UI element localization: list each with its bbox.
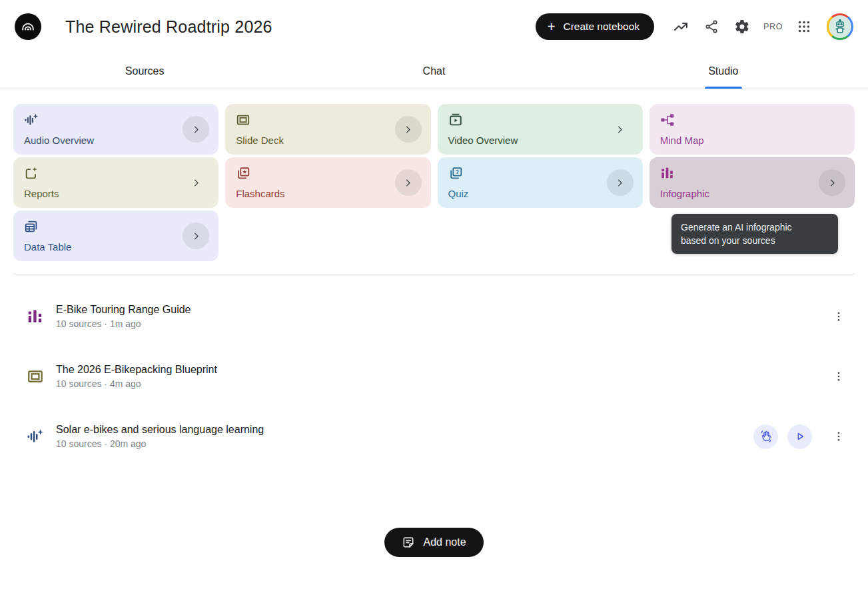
svg-text:?: ? [455, 169, 458, 175]
audio-waveform-sparkle-icon [27, 428, 44, 445]
video-overview-icon [448, 113, 463, 127]
note-title: The 2026 E-Bikepacking Blueprint [56, 364, 217, 376]
note-title: Solar e-bikes and serious language learn… [56, 424, 264, 436]
card-label: Reports [24, 188, 208, 199]
chevron-right-icon[interactable] [607, 169, 634, 196]
chevron-right-icon[interactable] [819, 169, 845, 196]
header: The Rewired Roadtrip 2026 + Create noteb… [0, 0, 868, 53]
create-notebook-label: Create notebook [564, 21, 640, 33]
settings-gear-icon[interactable] [729, 13, 755, 40]
card-label: Data Table [24, 241, 208, 253]
chevron-right-icon[interactable] [395, 116, 422, 143]
chevron-right-icon[interactable] [395, 169, 422, 196]
studio-card-data-table[interactable]: Data Table [13, 211, 218, 261]
quiz-cards-icon: ? [448, 166, 463, 181]
card-label: Slide Deck [236, 135, 420, 146]
apps-grid-icon[interactable] [791, 13, 817, 40]
data-table-icon [24, 219, 39, 234]
card-label: Video Overview [448, 135, 632, 146]
note-title: E-Bike Touring Range Guide [56, 304, 191, 316]
slide-deck-icon [27, 368, 44, 385]
card-label: Audio Overview [24, 135, 208, 146]
create-notebook-button[interactable]: + Create notebook [536, 13, 654, 40]
analytics-trending-icon[interactable] [667, 13, 694, 40]
studio-card-audio-overview[interactable]: Audio Overview [13, 104, 218, 155]
chevron-right-icon[interactable] [183, 116, 209, 143]
share-icon[interactable] [698, 13, 725, 40]
play-audio-button[interactable] [787, 424, 812, 449]
chevron-right-icon[interactable] [183, 223, 209, 249]
play-icon [794, 430, 806, 442]
slide-deck-icon [236, 113, 250, 127]
notebooklm-logo-icon[interactable] [15, 13, 41, 40]
pro-badge: PRO [759, 22, 787, 31]
card-label: Infographic [660, 188, 844, 199]
add-note-label: Add note [423, 536, 466, 548]
note-meta: 10 sources · 4m ago [56, 378, 217, 389]
note-row-slide-deck[interactable]: The 2026 E-Bikepacking Blueprint 10 sour… [13, 346, 855, 406]
chevron-right-icon[interactable] [183, 169, 209, 196]
tooltip-line2: based on your sources [681, 234, 829, 247]
account-avatar[interactable] [827, 13, 853, 40]
tooltip-line1: Generate an AI infographic [681, 221, 829, 234]
note-row-audio-overview[interactable]: Solar e-bikes and serious language learn… [13, 406, 855, 466]
note-meta: 10 sources · 1m ago [56, 318, 191, 329]
note-row-infographic[interactable]: E-Bike Touring Range Guide 10 sources · … [13, 287, 855, 346]
footer: Add note [0, 528, 868, 557]
card-label: Quiz [448, 188, 632, 199]
studio-card-slide-deck[interactable]: Slide Deck [225, 104, 430, 155]
studio-card-flashcards[interactable]: Flashcards [225, 157, 430, 208]
studio-card-infographic[interactable]: Infographic [650, 157, 855, 208]
infographic-bars-icon [27, 308, 44, 325]
studio-card-video-overview[interactable]: Video Overview [438, 104, 643, 155]
note-icon [402, 536, 415, 549]
active-tab-underline [705, 87, 742, 89]
notebooklm-studio-page: The Rewired Roadtrip 2026 + Create noteb… [0, 0, 868, 591]
card-label: Mind Map [660, 135, 844, 146]
more-options-icon[interactable] [831, 363, 847, 390]
tab-chat[interactable]: Chat [289, 53, 578, 89]
add-note-button[interactable]: Add note [384, 528, 483, 557]
more-options-icon[interactable] [831, 303, 847, 330]
waving-hand-icon [759, 430, 773, 443]
mind-map-icon [660, 113, 675, 127]
tab-sources[interactable]: Sources [0, 53, 289, 89]
header-actions: + Create notebook PRO [536, 13, 853, 40]
chevron-right-icon[interactable] [607, 116, 634, 143]
infographic-bars-icon [660, 166, 675, 181]
reports-sparkle-icon [24, 166, 39, 181]
note-meta: 10 sources · 20m ago [56, 438, 264, 449]
infographic-tooltip: Generate an AI infographic based on your… [671, 214, 838, 254]
robot-avatar-image [829, 15, 851, 38]
studio-card-reports[interactable]: Reports [13, 157, 218, 208]
flashcards-star-icon [236, 166, 250, 181]
notebook-title[interactable]: The Rewired Roadtrip 2026 [65, 17, 272, 37]
studio-card-mind-map[interactable]: Mind Map [650, 104, 855, 155]
more-options-icon[interactable] [831, 423, 847, 450]
tab-studio[interactable]: Studio [579, 53, 868, 89]
interactive-mode-button[interactable] [753, 424, 778, 449]
audio-waveform-sparkle-icon [24, 113, 39, 127]
studio-outputs-list: E-Bike Touring Range Guide 10 sources · … [0, 275, 868, 466]
panel-tabs: Sources Chat Studio [0, 53, 868, 89]
card-label: Flashcards [236, 188, 420, 199]
studio-card-quiz[interactable]: ? Quiz [438, 157, 643, 208]
plus-icon: + [548, 20, 556, 33]
